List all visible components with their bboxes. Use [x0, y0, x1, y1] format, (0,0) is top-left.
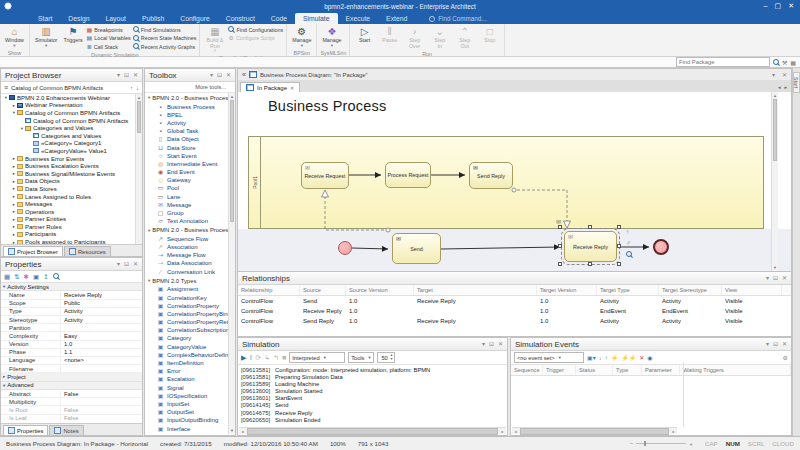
pin-icon[interactable]: ⊡ [124, 261, 129, 267]
selection-handle[interactable] [617, 225, 621, 229]
ribbon-tab-design[interactable]: Design [60, 13, 97, 24]
column-header-waiting-triggers[interactable]: Waiting Triggers [680, 365, 791, 375]
pin-icon[interactable]: ⊡ [773, 341, 778, 347]
tree-item-bpmn-2-0-enhancements-webinar[interactable]: ▾BPMN 2.0 Enhancements Webinar [1, 94, 142, 102]
toolbox-item-message[interactable]: ✉Message [145, 201, 235, 209]
task-send-reply[interactable]: ✉ Send Reply [469, 162, 513, 189]
close-icon[interactable]: ✕ [226, 72, 231, 78]
toolbox-item-correlationkey[interactable]: ▣CorrelationKey [145, 293, 235, 301]
tree-item-participants[interactable]: ▸Participants [1, 231, 142, 239]
toolbox-item-group[interactable]: ▢Group [145, 209, 235, 217]
selection-handle[interactable] [617, 262, 621, 266]
toolbox-item-complexbehaviordefinition[interactable]: ▣ComplexBehaviorDefinition [145, 351, 235, 359]
canvas-scrollbar[interactable]: ▲ ▼ [771, 92, 778, 271]
table-row[interactable]: ControlFlowSend1.0Receive Reply1.0Activi… [238, 296, 791, 306]
menu-icon[interactable]: ▾ [117, 261, 120, 267]
up-level-icon[interactable]: ↥ [43, 273, 48, 280]
table-row[interactable]: ControlFlowReceive Reply1.01.0EndEventEn… [238, 306, 791, 316]
tree-item-business-escalation-events[interactable]: ▸Business Escalation Events [1, 162, 142, 170]
toolbox-item-data-association[interactable]: ⇢Data Association [145, 259, 235, 267]
tree-item-business-signal-milestone-events[interactable]: ▸Business Signal/Milestone Events [1, 170, 142, 178]
grid-icon[interactable]: ▦ [790, 59, 796, 66]
task-send[interactable]: ✉ Send [392, 233, 441, 264]
selection-handle[interactable] [558, 225, 562, 229]
menu-icon[interactable]: ▾ [766, 341, 769, 347]
close-icon[interactable]: ✕ [782, 341, 787, 347]
ribbon-tab-configure[interactable]: Configure [172, 13, 217, 24]
column-header-target-type[interactable]: Target Type [597, 285, 659, 295]
tree-item-data-stores[interactable]: ▸Data Stores [1, 185, 142, 193]
move-down-icon[interactable]: ↓ [136, 85, 139, 91]
toolbox-item-data-store[interactable]: ⊔Data Store [145, 143, 235, 151]
multi-fire-icon[interactable]: ⚡⚡ [621, 354, 636, 362]
end-event[interactable] [653, 239, 669, 255]
toolbox-section-bpmn-2-0-business-process-con[interactable]: ▾BPMN 2.0 - Business Process Con [145, 225, 235, 235]
toolbox-item-error[interactable]: ▣Error [145, 367, 235, 375]
zoom-out-icon[interactable]: − [630, 440, 634, 447]
options-icon[interactable]: ⚙ [783, 354, 788, 362]
tab-project-browser[interactable]: Project Browser [3, 246, 63, 256]
close-button[interactable]: ✕ [788, 2, 794, 10]
ribbon-tab-extend[interactable]: Extend [378, 13, 415, 24]
toolbox-item-gateway[interactable]: ◇Gateway [145, 176, 235, 184]
toolbox-section-bpmn-2-0-business-process[interactable]: ▾BPMN 2.0 - Business Process [145, 93, 235, 103]
pause-icon[interactable]: ‖ [249, 354, 252, 362]
wrench-icon[interactable]: ⚒ [782, 59, 787, 66]
selection-handle[interactable] [588, 262, 592, 266]
property-row-version[interactable]: Version1.0 [1, 341, 142, 349]
column-header-source[interactable]: Source [300, 285, 346, 295]
property-row-scope[interactable]: ScopePublic [1, 300, 142, 308]
task-receive-reply-selected[interactable]: ✉ Receive Reply [564, 231, 617, 262]
docked-tab-start[interactable]: Start [793, 72, 800, 93]
property-row-complexity[interactable]: ComplexityEasy [1, 332, 142, 340]
tree-item-categories-and-values[interactable]: Categories and Values [1, 132, 142, 140]
property-row-name[interactable]: NameReceive Reply [1, 291, 142, 299]
selection-handle[interactable] [617, 244, 621, 248]
move-up-icon[interactable]: ↑ [130, 85, 133, 91]
menu-icon[interactable]: ▾ [766, 275, 769, 281]
toolbox-item-pool[interactable]: ▭Pool [145, 184, 235, 192]
tree-item-messages[interactable]: ▸Messages [1, 200, 142, 208]
toolbox-item-category[interactable]: ▣Category [145, 334, 235, 342]
property-row-partition[interactable]: Partition [1, 324, 142, 332]
close-icon[interactable]: ✕ [782, 72, 787, 78]
close-icon[interactable]: ✕ [498, 341, 503, 347]
close-icon[interactable]: ✕ [133, 72, 138, 78]
toolbox-item-activity[interactable]: ▪Activity [145, 119, 235, 127]
call-stack-button[interactable]: ≣Call Stack [87, 43, 131, 51]
column-header-type[interactable]: Type [613, 365, 642, 375]
tab-scroll-left-icon[interactable]: ◂ [778, 84, 781, 90]
stop-icon[interactable]: ■ [282, 354, 286, 362]
column-header-view[interactable]: View [722, 285, 782, 295]
ribbon-tab-construct[interactable]: Construct [218, 13, 263, 24]
diagram-canvas[interactable]: Business Process Pool1 ✉ [237, 92, 792, 271]
column-header-target[interactable]: Target [414, 285, 537, 295]
find-package-input[interactable] [676, 57, 770, 67]
zoom-in-icon[interactable]: + [689, 440, 693, 447]
more-tools-link[interactable]: More tools... [195, 84, 226, 90]
toolbox-item-inputset[interactable]: ▣InputSet [145, 400, 235, 408]
tree-item-category-category1[interactable]: «Category» Category1 [1, 140, 142, 148]
menu-icon[interactable]: ▾ [772, 72, 775, 78]
search-icon[interactable] [773, 59, 779, 65]
tree-item-categoryvalue-value1[interactable]: «CategoryValue» Value1 [1, 147, 142, 155]
quicklink-search-icon[interactable] [626, 251, 632, 258]
toolbox-item-inputoutputbinding[interactable]: ▣InputOutputBinding [145, 416, 235, 424]
toolbox-item-conversation-link[interactable]: ∕Conversation Link [145, 268, 235, 276]
toolbox-item-correlationproperty[interactable]: ▣CorrelationProperty [145, 302, 235, 310]
run-icon[interactable]: ▶ [241, 354, 246, 362]
ribbon-tab-publish[interactable]: Publish [134, 13, 172, 24]
property-row-is-root[interactable]: Is RootFalse [1, 406, 142, 414]
toolbox-item-sequence-flow[interactable]: ↗Sequence Flow [145, 235, 235, 243]
toolbox-item-signal[interactable]: ▣Signal [145, 384, 235, 392]
toolbox-item-start-event[interactable]: ○Start Event [145, 152, 235, 160]
tree-item-catalog-of-common-bpmn-artifacts[interactable]: Catalog of Common BPMN Artifacts [1, 117, 142, 125]
new-event-icon[interactable]: ▣▾ [587, 354, 596, 362]
close-icon[interactable]: ✕ [782, 275, 787, 281]
tree-item-business-error-events[interactable]: ▸Business Error Events [1, 155, 142, 163]
find-command-box[interactable]: Find Command... [429, 15, 486, 24]
move-down-icon[interactable]: ↓ [599, 354, 602, 362]
task-receive-request[interactable]: ✉ Receive Request [301, 162, 349, 189]
property-row-filename[interactable]: Filename [1, 365, 142, 373]
find-configurations-button[interactable]: Find Configurations [228, 26, 283, 34]
